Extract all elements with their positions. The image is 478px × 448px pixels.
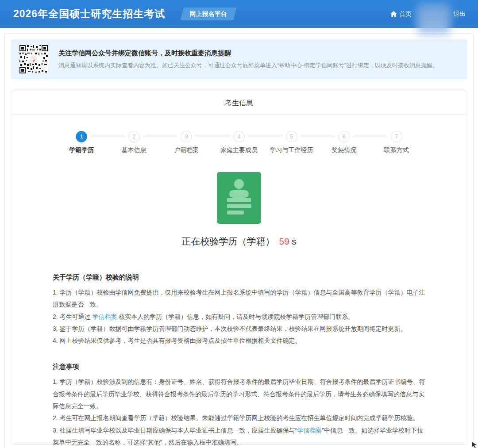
candidate-info-card: 考生信息 1 学籍学历 2 基本信息 3 户籍档案 4 家庭主要成员 5 学习与…: [11, 91, 467, 445]
step-6-circle: 6: [338, 131, 350, 142]
section-1-item-2: 2. 考生可通过 学信档案 核实本人的学历（学籍）信息，如有疑问，请及时与就读院…: [53, 311, 427, 323]
step-7-circle: 7: [391, 131, 402, 142]
verification-status: 正在校验学历（学籍）59s: [11, 235, 467, 248]
step-3-circle: 3: [181, 131, 192, 142]
app-header: 2026年全国硕士研究生招生考试 网上报名平台 首页 退出: [0, 0, 478, 28]
info-sections: 关于学历（学籍）校验的说明 1. 学历（学籍）校验由学信网免费提供，仅用来校验考…: [53, 273, 427, 448]
app-title: 2026年全国硕士研究生招生考试: [13, 7, 165, 21]
xuexin-archive-link[interactable]: 学信档案: [92, 313, 117, 320]
id-card-icon: [217, 172, 261, 224]
section-divider-gap: [53, 347, 427, 363]
step-2-label: 基本信息: [108, 146, 161, 154]
section-1-heading: 关于学历（学籍）校验的说明: [53, 273, 427, 282]
page-container: 关注学信网公众号并绑定微信账号，及时接收重要消息提醒 消息通知请以系统内实际查看…: [4, 33, 474, 448]
section-2-item-2: 2. 考生可在网上报名期间查看学历（学籍）校验结果。未能通过学籍学历网上校验的考…: [53, 412, 427, 424]
step-rewards-punishments[interactable]: 6 奖惩情况: [318, 131, 370, 154]
section-1-item-3: 3. 鉴于学历（学籍）数据可由学籍学历管理部门动态维护，本次校验不代表最终结果，…: [53, 323, 427, 335]
step-huji-archive[interactable]: 3 户籍档案: [160, 131, 213, 154]
notice-text-block: 关注学信网公众号并绑定微信账号，及时接收重要消息提醒 消息通知请以系统内实际查看…: [58, 49, 438, 69]
section-2-item-1: 1. 学历（学籍）校验涉及到的信息有：身份证号、姓名、获得符合报考条件的最后学历…: [53, 376, 427, 412]
step-1-circle: 1: [76, 131, 87, 142]
step-contact-info[interactable]: 7 联系方式: [370, 131, 423, 154]
notice-description: 消息通知请以系统内实际查看内容为准。如已关注公众号，可通过公众号底部菜单进入“帮…: [58, 61, 438, 69]
verification-status-text: 正在校验学历（学籍）: [182, 236, 275, 246]
section-1-item-1: 1. 学历（学籍）校验由学信网免费提供，仅用来校验考生在网上报名系统中填写的学历…: [53, 287, 427, 311]
mouse-cursor: [471, 441, 478, 448]
countdown-unit: s: [292, 236, 297, 246]
section-1-item-4: 4. 网上校验结果仅供参考，考生是否具有报考资格由报考点及招生单位根据相关文件确…: [53, 335, 427, 347]
step-study-work[interactable]: 5 学习与工作经历: [265, 131, 318, 154]
step-5-label: 学习与工作经历: [265, 146, 318, 154]
step-7-label: 联系方式: [370, 146, 423, 154]
step-2-circle: 2: [128, 131, 140, 142]
countdown-seconds: 59: [279, 236, 289, 246]
section-2-item-3: 3. 往届生填写毕业学校以及毕业日期应确保与本人毕业证书上信息一致，应届生应确保…: [53, 425, 427, 448]
platform-badge: 网上报名平台: [180, 8, 237, 20]
section-verification-notes: 关于学历（学籍）校验的说明 1. 学历（学籍）校验由学信网免费提供，仅用来校验考…: [53, 273, 427, 347]
step-4-label: 家庭主要成员: [213, 146, 266, 154]
page-title: 考生信息: [11, 91, 467, 115]
wechat-notice-banner: 关注学信网公众号并绑定微信账号，及时接收重要消息提醒 消息通知请以系统内实际查看…: [11, 39, 467, 79]
section-2-heading: 注意事项: [53, 363, 427, 371]
header-nav: 首页 退出: [390, 10, 466, 18]
step-xueji-xueli[interactable]: 1 学籍学历: [55, 131, 108, 154]
xuexin-archive-link-2[interactable]: 学信档案: [297, 427, 322, 434]
home-icon: [390, 11, 397, 17]
step-4-circle: 4: [233, 131, 245, 142]
section-1-item-2-text: 2. 考生可通过: [53, 313, 92, 320]
home-link-label: 首页: [399, 10, 412, 18]
logout-link[interactable]: 退出: [453, 10, 466, 18]
step-6-label: 奖惩情况: [318, 146, 370, 154]
section-important-notes: 注意事项 1. 学历（学籍）校验涉及到的信息有：身份证号、姓名、获得符合报考条件…: [53, 363, 427, 448]
step-1-label: 学籍学历: [55, 146, 108, 154]
section-2-item-3-text: 3. 往届生填写毕业学校以及毕业日期应确保与本人毕业证书上信息一致，应届生应确保…: [53, 427, 297, 434]
step-basic-info[interactable]: 2 基本信息: [108, 131, 161, 154]
step-wizard: 1 学籍学历 2 基本信息 3 户籍档案 4 家庭主要成员 5 学习与工作经历 …: [55, 131, 423, 154]
section-1-item-2-text-2: 核实本人的学历（学籍）信息，如有疑问，请及时与就读院校学籍学历管理部门联系。: [117, 313, 354, 320]
step-3-label: 户籍档案: [160, 146, 213, 154]
qr-code: [19, 45, 48, 73]
logout-link-label: 退出: [453, 10, 466, 18]
step-5-circle: 5: [286, 131, 297, 142]
platform-badge-label: 网上报名平台: [190, 10, 227, 18]
home-link[interactable]: 首页: [390, 10, 412, 18]
notice-title: 关注学信网公众号并绑定微信账号，及时接收重要消息提醒: [58, 49, 438, 57]
step-family-members[interactable]: 4 家庭主要成员: [213, 131, 266, 154]
